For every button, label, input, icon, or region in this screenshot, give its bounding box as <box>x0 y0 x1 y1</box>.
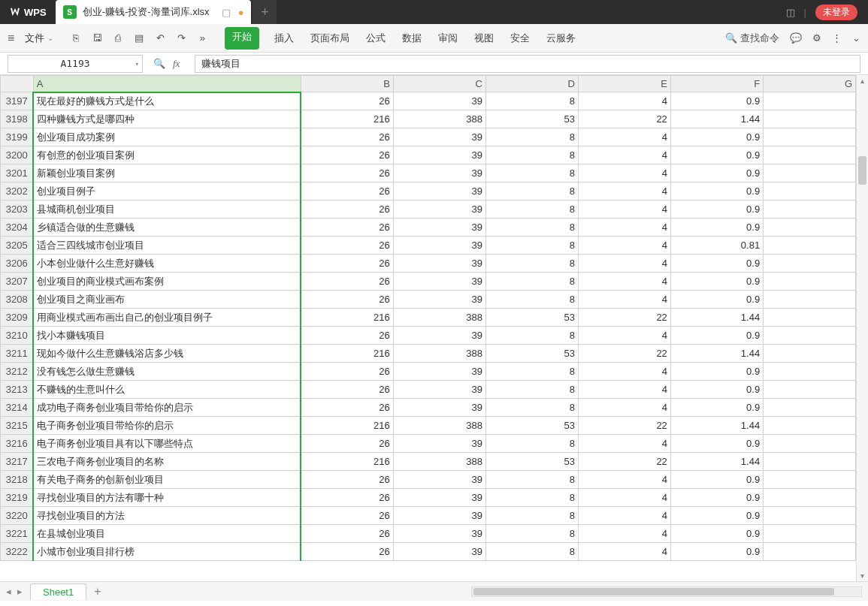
cell[interactable]: 不赚钱的生意叫什么 <box>33 381 301 399</box>
cell[interactable]: 创业项目例子 <box>33 182 301 200</box>
horizontal-scrollbar[interactable] <box>471 586 862 597</box>
window-layout-icon[interactable]: ◫ <box>786 7 795 18</box>
cell[interactable]: 22 <box>578 345 670 363</box>
cell[interactable]: 39 <box>393 543 485 561</box>
cell[interactable]: 26 <box>301 489 393 507</box>
cell[interactable] <box>764 363 856 381</box>
cell[interactable]: 0.9 <box>670 471 763 489</box>
spreadsheet-grid[interactable]: ABCDEFG 3197现在最好的赚钱方式是什么2639840.93198四种赚… <box>0 75 856 581</box>
ribbon-tab-6[interactable]: 视图 <box>473 27 495 50</box>
cell[interactable]: 0.9 <box>670 200 763 219</box>
ribbon-tab-7[interactable]: 安全 <box>509 27 531 50</box>
cell[interactable]: 0.9 <box>670 525 763 543</box>
cell[interactable]: 4 <box>578 128 670 146</box>
open-icon[interactable]: ⎘ <box>70 32 82 44</box>
cell[interactable]: 8 <box>485 525 578 543</box>
cell[interactable]: 1.44 <box>670 453 763 471</box>
row-header[interactable]: 3197 <box>1 92 34 110</box>
cell[interactable]: 4 <box>578 543 670 561</box>
cell[interactable]: 26 <box>301 399 393 417</box>
cell[interactable]: 39 <box>393 273 485 291</box>
cell[interactable]: 1.44 <box>670 417 763 435</box>
col-header-F[interactable]: F <box>670 76 763 92</box>
cell[interactable]: 没有钱怎么做生意赚钱 <box>33 363 301 381</box>
cell[interactable]: 找小本赚钱项目 <box>33 327 301 345</box>
cell[interactable]: 26 <box>301 128 393 146</box>
cell[interactable]: 新颖创业项目案例 <box>33 164 301 182</box>
row-header[interactable]: 3218 <box>1 471 34 489</box>
col-header-A[interactable]: A <box>33 76 301 92</box>
row-header[interactable]: 3220 <box>1 507 34 525</box>
ribbon-tab-1[interactable]: 插入 <box>273 27 295 50</box>
cell[interactable]: 39 <box>393 435 485 453</box>
cell[interactable]: 1.44 <box>670 345 763 363</box>
cell[interactable] <box>764 543 856 561</box>
cell[interactable] <box>764 146 856 164</box>
search-command[interactable]: 🔍 查找命令 <box>725 32 779 45</box>
chat-icon[interactable]: 💬 <box>790 32 802 44</box>
namebox-dropdown-icon[interactable]: ▾ <box>135 60 139 68</box>
print-preview-icon[interactable]: ▤ <box>133 32 145 44</box>
login-badge[interactable]: 未登录 <box>815 5 857 20</box>
cell[interactable]: 216 <box>301 417 393 435</box>
cell[interactable]: 4 <box>578 146 670 164</box>
cell[interactable]: 4 <box>578 200 670 219</box>
print-icon[interactable]: ⎙ <box>112 32 124 44</box>
cell[interactable]: 0.9 <box>670 543 763 561</box>
cell[interactable]: 8 <box>485 237 578 255</box>
cell[interactable]: 小本创业做什么生意好赚钱 <box>33 255 301 273</box>
cell[interactable] <box>764 399 856 417</box>
cell[interactable]: 0.9 <box>670 435 763 453</box>
ribbon-tab-0[interactable]: 开始 <box>225 27 259 50</box>
cell[interactable]: 1.44 <box>670 309 763 327</box>
kebab-icon[interactable]: ⋮ <box>832 32 842 44</box>
cell[interactable]: 有关电子商务的创新创业项目 <box>33 471 301 489</box>
cell[interactable]: 现在最好的赚钱方式是什么 <box>33 92 301 110</box>
row-header[interactable]: 3206 <box>1 255 34 273</box>
cell[interactable]: 4 <box>578 273 670 291</box>
cell[interactable]: 39 <box>393 399 485 417</box>
row-header[interactable]: 3201 <box>1 164 34 182</box>
cell[interactable] <box>764 327 856 345</box>
vertical-scrollbar[interactable]: ▴ ▾ <box>856 75 868 581</box>
row-header[interactable]: 3217 <box>1 453 34 471</box>
cell[interactable]: 0.81 <box>670 237 763 255</box>
cell[interactable]: 电子商务创业项目具有以下哪些特点 <box>33 435 301 453</box>
document-tab[interactable]: S 创业-赚钱-投资-海量词库.xlsx ▢ ● <box>56 0 252 24</box>
cell[interactable]: 0.9 <box>670 363 763 381</box>
redo-icon[interactable]: ↷ <box>175 32 187 44</box>
cell[interactable]: 创业项目成功案例 <box>33 128 301 146</box>
cell[interactable]: 四种赚钱方式是哪四种 <box>33 110 301 128</box>
cell[interactable] <box>764 219 856 237</box>
cell[interactable]: 用商业模式画布画出自己的创业项目例子 <box>33 309 301 327</box>
cell[interactable] <box>764 200 856 219</box>
cell[interactable] <box>764 345 856 363</box>
cell[interactable]: 53 <box>485 453 578 471</box>
cell[interactable]: 创业项目之商业画布 <box>33 291 301 309</box>
cell[interactable]: 216 <box>301 110 393 128</box>
cell[interactable]: 39 <box>393 255 485 273</box>
cell[interactable]: 4 <box>578 219 670 237</box>
cell[interactable]: 4 <box>578 489 670 507</box>
row-header[interactable]: 3215 <box>1 417 34 435</box>
cell[interactable]: 22 <box>578 453 670 471</box>
sheet-tab[interactable]: Sheet1 <box>30 583 86 600</box>
row-header[interactable]: 3205 <box>1 237 34 255</box>
cell[interactable]: 县城商机创业项目 <box>33 200 301 219</box>
cell[interactable]: 39 <box>393 92 485 110</box>
cell[interactable]: 39 <box>393 507 485 525</box>
row-header[interactable]: 3203 <box>1 200 34 219</box>
cell[interactable]: 4 <box>578 471 670 489</box>
cell[interactable]: 388 <box>393 345 485 363</box>
cell[interactable]: 26 <box>301 543 393 561</box>
cell[interactable]: 26 <box>301 92 393 110</box>
cell[interactable] <box>764 128 856 146</box>
cell[interactable]: 小城市创业项目排行榜 <box>33 543 301 561</box>
cell[interactable]: 4 <box>578 255 670 273</box>
cell[interactable]: 现如今做什么生意赚钱浴店多少钱 <box>33 345 301 363</box>
row-header[interactable]: 3219 <box>1 489 34 507</box>
cell[interactable] <box>764 164 856 182</box>
cell[interactable]: 寻找创业项目的方法有哪十种 <box>33 489 301 507</box>
cell[interactable]: 26 <box>301 363 393 381</box>
hscroll-thumb[interactable] <box>473 588 834 595</box>
